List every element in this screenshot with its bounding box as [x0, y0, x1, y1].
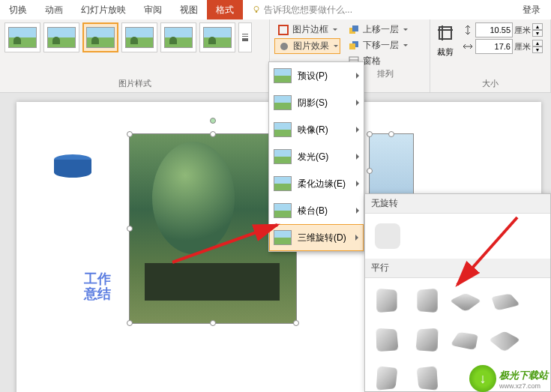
- chevron-right-icon: [355, 235, 358, 241]
- menu-shadow-label: 阴影(S): [298, 97, 328, 109]
- rotation-parallel-9[interactable]: [373, 364, 403, 392]
- menu-preset[interactable]: 预设(P): [269, 62, 364, 89]
- chevron-down-icon: [334, 45, 338, 47]
- tab-review[interactable]: 审阅: [135, 0, 171, 19]
- logo-name: 极光下载站: [499, 370, 548, 381]
- style-thumb-6[interactable]: [199, 22, 235, 52]
- bring-forward-icon: [348, 24, 360, 36]
- tab-format[interactable]: 格式: [207, 0, 243, 19]
- menu-reflection-label: 映像(R): [298, 124, 328, 136]
- resize-handle-w[interactable]: [127, 226, 133, 232]
- bring-forward-label: 上移一层: [363, 23, 399, 36]
- border-icon: [277, 24, 289, 36]
- rotation3d-icon: [274, 230, 292, 245]
- chevron-right-icon: [356, 181, 359, 187]
- chevron-right-icon: [356, 73, 359, 79]
- width-input[interactable]: [475, 39, 513, 54]
- send-backward-label: 下移一层: [363, 39, 399, 52]
- svg-point-3: [280, 43, 288, 50]
- style-thumb-4[interactable]: [121, 22, 157, 52]
- chevron-right-icon: [356, 208, 359, 214]
- group-label-size: 大小: [435, 78, 546, 91]
- style-thumb-3[interactable]: [82, 22, 118, 52]
- glow-icon: [274, 149, 292, 164]
- menu-3d-rotation[interactable]: 三维旋转(D): [269, 224, 364, 251]
- tell-me-hint[interactable]: 告诉我您想要做什么...: [243, 0, 361, 19]
- svg-rect-5: [352, 25, 358, 31]
- resize-handle-nw[interactable]: [127, 131, 133, 137]
- height-icon: [462, 24, 474, 36]
- menu-bevel-label: 棱台(B): [298, 205, 328, 217]
- rotation-parallel-10[interactable]: [412, 364, 442, 392]
- resize-handle-se[interactable]: [293, 320, 299, 326]
- group-size: 裁剪 厘米 ▲▼ 厘米 ▲▼ 大小: [430, 19, 551, 92]
- send-backward-button[interactable]: 下移一层: [345, 38, 425, 52]
- preset-icon: [274, 68, 292, 83]
- crop-button[interactable]: 裁剪: [435, 22, 456, 58]
- svg-point-0: [254, 7, 259, 11]
- selection-pane-label: 窗格: [363, 55, 381, 67]
- menu-glow[interactable]: 发光(G): [269, 143, 364, 170]
- resize-handle-nw[interactable]: [367, 131, 373, 137]
- width-spinner[interactable]: ▲▼: [532, 40, 543, 53]
- rotation-parallel-4[interactable]: [490, 286, 520, 316]
- rotation-parallel-3[interactable]: [451, 286, 481, 316]
- chevron-right-icon: [356, 100, 359, 106]
- rotation-parallel-5[interactable]: [373, 325, 403, 355]
- resize-handle-s[interactable]: [210, 320, 216, 326]
- login-link[interactable]: 登录: [514, 0, 551, 19]
- tab-slideshow[interactable]: 幻灯片放映: [72, 0, 135, 19]
- effects-icon: [278, 40, 290, 52]
- menu-preset-label: 预设(P): [298, 70, 328, 82]
- site-logo: ↓ 极光下载站 www.xz7.com: [469, 365, 548, 392]
- tab-view[interactable]: 视图: [171, 0, 207, 19]
- rotation-parallel-7[interactable]: [451, 325, 481, 355]
- menu-shadow[interactable]: 阴影(S): [269, 89, 364, 116]
- chevron-right-icon: [356, 127, 359, 133]
- reflection-icon: [274, 122, 292, 137]
- tab-animation[interactable]: 动画: [36, 0, 72, 19]
- svg-rect-10: [439, 27, 451, 39]
- width-unit: 厘米: [514, 41, 531, 52]
- resize-handle-w[interactable]: [367, 168, 373, 174]
- group-picture-styles: 图片样式: [0, 19, 270, 92]
- menu-3d-rotation-label: 三维旋转(D): [298, 232, 346, 244]
- rotation-parallel-1[interactable]: [373, 286, 403, 316]
- cylinder-shape[interactable]: [54, 154, 91, 178]
- resize-handle-n[interactable]: [388, 131, 394, 137]
- rotation-parallel-2[interactable]: [412, 286, 442, 316]
- rotation-handle[interactable]: [210, 118, 216, 124]
- picture-border-button[interactable]: 图片边框: [274, 22, 340, 37]
- svg-rect-2: [279, 25, 288, 34]
- height-unit: 厘米: [514, 25, 531, 36]
- bring-forward-button[interactable]: 上移一层: [345, 22, 425, 37]
- tab-bar: 切换 动画 幻灯片放映 审阅 视图 格式 告诉我您想要做什么... 登录: [0, 0, 551, 19]
- menu-bevel[interactable]: 棱台(B): [269, 197, 364, 224]
- picture-border-label: 图片边框: [292, 23, 328, 36]
- rotation-parallel-6[interactable]: [412, 325, 442, 355]
- picture-effects-label: 图片效果: [293, 40, 329, 52]
- group-label-styles: 图片样式: [4, 78, 265, 91]
- tab-switch[interactable]: 切换: [0, 0, 36, 19]
- svg-rect-1: [256, 11, 257, 13]
- resize-handle-n[interactable]: [210, 131, 216, 137]
- chevron-right-icon: [356, 154, 359, 160]
- menu-reflection[interactable]: 映像(R): [269, 116, 364, 143]
- rotation-parallel-8[interactable]: [490, 325, 520, 355]
- logo-badge-icon: ↓: [469, 365, 496, 392]
- style-thumb-1[interactable]: [4, 22, 40, 52]
- style-thumb-5[interactable]: [160, 22, 196, 52]
- height-input[interactable]: [475, 22, 513, 37]
- height-input-row: 厘米 ▲▼: [462, 22, 543, 37]
- picture-effects-button[interactable]: 图片效果: [274, 38, 340, 54]
- style-thumb-2[interactable]: [43, 22, 79, 52]
- send-backward-icon: [348, 40, 360, 52]
- soft-edges-icon: [274, 176, 292, 191]
- rotation-none[interactable]: [373, 221, 403, 251]
- menu-soft-edges[interactable]: 柔化边缘(E): [269, 170, 364, 197]
- resize-handle-sw[interactable]: [127, 320, 133, 326]
- height-spinner[interactable]: ▲▼: [532, 23, 543, 37]
- gallery-more-button[interactable]: [238, 22, 252, 52]
- width-icon: [462, 40, 474, 52]
- logo-url: www.xz7.com: [499, 382, 548, 390]
